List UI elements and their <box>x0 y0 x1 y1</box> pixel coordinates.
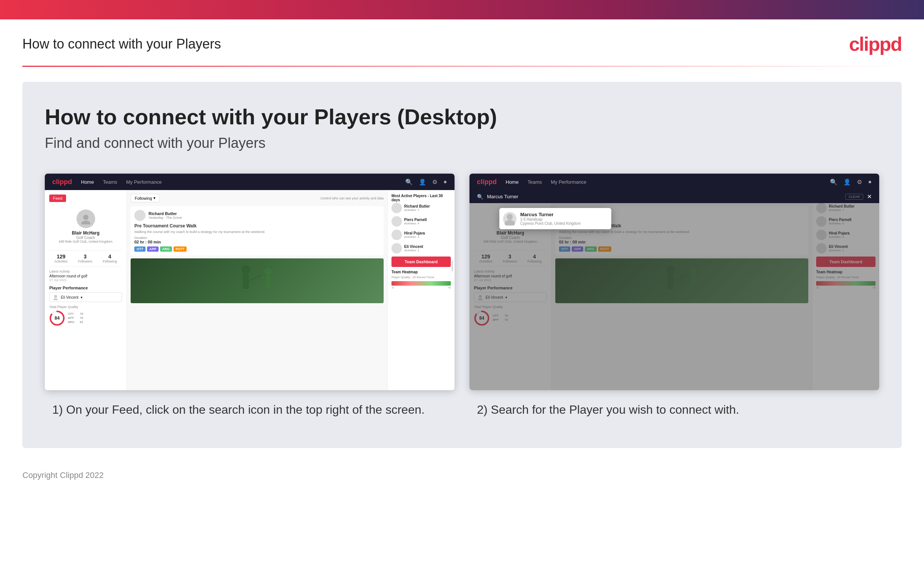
stats-row-1: 129 Activities 3 Followers 4 Following <box>49 250 122 266</box>
search-dropdown: Marcus Turner 1-5 Handicap Cypress Point… <box>499 208 611 229</box>
team-dashboard-btn-1[interactable]: Team Dashboard <box>392 257 451 267</box>
app-logo-2: clippd <box>477 178 497 186</box>
activity-user-1: Richard Butler <box>149 211 182 216</box>
player-thumb-2 <box>392 216 402 227</box>
svg-point-3 <box>53 298 58 300</box>
player-info-1: Richard Butler Activities: 7 <box>404 204 430 212</box>
profile-section-1: Blair McHarg Golf Coach Mill Ride Golf C… <box>49 206 122 247</box>
nav-my-performance-1[interactable]: My Performance <box>126 179 162 185</box>
player-thumb-4 <box>392 243 402 253</box>
nav-my-performance-2[interactable]: My Performance <box>551 179 586 185</box>
hero-title: How to connect with your Players (Deskto… <box>45 104 879 129</box>
stat-label-acts: Activities <box>55 260 68 263</box>
profile-club-1: Mill Ride Golf Club, United Kingdom <box>59 240 113 244</box>
stat-following-1: 4 Following <box>103 253 117 263</box>
app-left-panel-1: Feed Blair McHarg Golf Coach Mill Ride G… <box>45 190 127 390</box>
svg-point-12 <box>507 214 513 220</box>
quality-bars-1: OTT 79 APP 70 ARG <box>68 312 86 325</box>
duration-1: 02 hr : 00 min <box>134 240 380 244</box>
stat-num-foll: 3 <box>78 253 92 260</box>
control-link-1[interactable]: Control who can see your activity and da… <box>320 196 384 200</box>
header: How to connect with your Players clippd <box>0 19 924 66</box>
search-bar-overlay: 🔍 Marcus Turner CLEAR ✕ <box>469 190 879 203</box>
tag-putt-1: PUTT <box>173 247 187 252</box>
duration-label-1: Duration <box>134 236 380 240</box>
heatmap-bar-1 <box>392 281 451 286</box>
profile-name-1: Blair McHarg <box>72 231 99 235</box>
search-icon-1[interactable]: 🔍 <box>405 179 413 185</box>
copyright-text: Copyright Clippd 2022 <box>23 471 104 480</box>
player-item-4: Eli Vincent Activities: 1 <box>392 243 451 253</box>
logo-text: clip <box>849 33 880 55</box>
nav-teams-2[interactable]: Teams <box>528 179 542 185</box>
svg-rect-8 <box>243 274 249 289</box>
profile-avatar-1 <box>76 209 95 228</box>
player-item-1: Richard Butler Activities: 7 <box>392 203 451 213</box>
stat-label-foll: Followers <box>78 260 92 263</box>
nav-home-1[interactable]: Home <box>81 179 94 185</box>
avatar-icon-1[interactable]: ● <box>443 179 447 185</box>
settings-icon-2[interactable]: ⚙ <box>857 179 862 185</box>
svg-point-13 <box>505 220 515 226</box>
app-nav-1: clippd Home Teams My Performance 🔍 👤 ⚙ ● <box>45 174 455 190</box>
following-btn-label: Following <box>135 196 152 201</box>
search-result-handicap: 1-5 Handicap <box>520 217 581 221</box>
heatmap-sub-1: Player Quality · 20 Round Trend <box>392 276 451 279</box>
header-divider <box>23 66 901 67</box>
activity-avatar-1 <box>134 210 146 221</box>
page-title: How to connect with your Players <box>23 36 221 52</box>
app-screenshot-2: clippd Home Teams My Performance 🔍 👤 ⚙ ●… <box>469 174 879 390</box>
profile-icon-1[interactable]: 👤 <box>419 179 426 185</box>
caption-2: 2) Search for the Player you wish to con… <box>469 401 879 418</box>
following-btn-1[interactable]: Following ▾ <box>131 194 160 202</box>
caption-1: 1) On your Feed, click on the search ico… <box>45 401 455 418</box>
player-select-1[interactable]: Eli Vincent ▾ <box>49 292 122 302</box>
player-item-2: Piers Parnell Activities: 4 <box>392 216 451 227</box>
profile-icon-2[interactable]: 👤 <box>843 179 851 185</box>
settings-icon-1[interactable]: ⚙ <box>432 179 437 185</box>
player-info-4: Eli Vincent Activities: 1 <box>404 245 423 252</box>
clear-btn[interactable]: CLEAR <box>845 194 863 200</box>
svg-point-7 <box>241 265 251 274</box>
screenshot-2-container: clippd Home Teams My Performance 🔍 👤 ⚙ ●… <box>469 174 879 418</box>
app-nav-2: clippd Home Teams My Performance 🔍 👤 ⚙ ● <box>469 174 879 190</box>
top-gradient-bar <box>0 0 924 19</box>
tag-ott-1: OTT <box>134 247 146 252</box>
player-item-3: Hiral Pujara Activities: 3 <box>392 230 451 240</box>
activity-title-1: Pre Tournament Course Walk <box>134 223 380 229</box>
total-quality-label-1: Total Player Quality <box>49 305 122 309</box>
hero-subtitle: Find and connect with your Players <box>45 135 879 151</box>
following-chevron: ▾ <box>154 196 155 201</box>
feed-tab-1[interactable]: Feed <box>49 195 66 202</box>
nav-teams-1[interactable]: Teams <box>103 179 117 185</box>
svg-rect-11 <box>266 275 271 288</box>
latest-activity-date-1: 27 Jul 2022 <box>49 278 122 282</box>
search-result-avatar <box>503 212 516 226</box>
svg-point-0 <box>83 215 89 220</box>
app-nav-icons-2: 🔍 👤 ⚙ ● <box>830 179 872 185</box>
profile-role-1: Golf Coach <box>76 235 95 240</box>
svg-line-9 <box>249 275 261 281</box>
avatar-icon-2[interactable]: ● <box>868 179 872 185</box>
screenshots-row: clippd Home Teams My Performance 🔍 👤 ⚙ ● <box>45 174 879 418</box>
app-nav-icons-1: 🔍 👤 ⚙ ● <box>405 179 447 185</box>
nav-home-2[interactable]: Home <box>506 179 519 185</box>
search-input-display[interactable]: Marcus Turner <box>487 194 841 200</box>
app-body-1: Feed Blair McHarg Golf Coach Mill Ride G… <box>45 190 455 390</box>
search-result-item[interactable]: Marcus Turner 1-5 Handicap Cypress Point… <box>503 212 608 226</box>
player-select-chevron: ▾ <box>81 295 83 299</box>
footer: Copyright Clippd 2022 <box>0 463 924 488</box>
quality-circle-1: 84 <box>49 310 65 326</box>
golf-photo-1 <box>131 258 384 303</box>
search-icon-2[interactable]: 🔍 <box>830 179 837 185</box>
search-close-btn[interactable]: ✕ <box>867 193 872 200</box>
stat-followers-1: 3 Followers <box>78 253 92 263</box>
app-screenshot-1: clippd Home Teams My Performance 🔍 👤 ⚙ ● <box>45 174 455 390</box>
svg-point-2 <box>54 295 57 298</box>
activity-desc-1: Walking the course with my coach to buil… <box>134 230 380 234</box>
player-select-avatar <box>53 294 58 300</box>
logo-accent: p <box>879 33 890 55</box>
player-thumb-3 <box>392 230 402 240</box>
tag-row-1: OTT APP ARG PUTT <box>134 247 380 252</box>
search-icon-overlay: 🔍 <box>477 194 483 200</box>
